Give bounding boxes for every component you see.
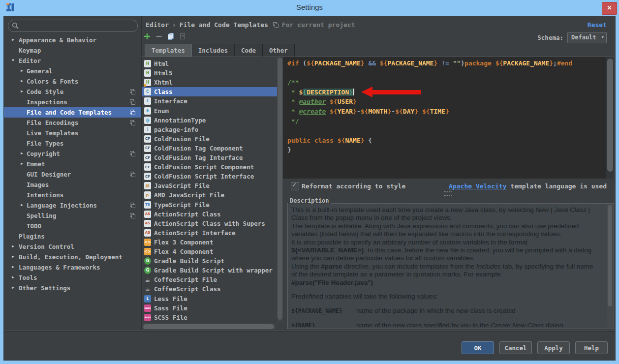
footer-divider xyxy=(3,330,616,332)
template-item-enum[interactable]: EEnum xyxy=(142,106,277,116)
tab-templates[interactable]: Templates xyxy=(145,44,192,57)
sidebar-item-other-settings[interactable]: ▶Other Settings xyxy=(4,283,141,293)
chevron-right-icon[interactable]: ▶ xyxy=(12,37,14,42)
copy-template-button[interactable] xyxy=(166,32,175,41)
template-item-flex-3-component[interactable]: <>Flex 3 Component xyxy=(142,238,277,247)
sidebar-item-code-style[interactable]: ▶Code Style xyxy=(4,87,141,97)
breadcrumb-editor[interactable]: Editor xyxy=(146,21,169,29)
sidebar-item-languages-frameworks[interactable]: ▶Languages & Frameworks xyxy=(4,262,141,273)
template-item-scss-file[interactable]: SASSSCSS File xyxy=(142,313,277,322)
template-item-label: Sass File xyxy=(154,304,187,312)
apply-button[interactable]: Apply xyxy=(537,341,570,354)
sidebar-item-intentions[interactable]: Intentions xyxy=(4,190,141,200)
help-button[interactable]: Help xyxy=(575,341,608,354)
chevron-right-icon[interactable]: ▶ xyxy=(12,244,14,248)
sidebar-item-keymap[interactable]: Keymap xyxy=(4,45,141,56)
settings-search-box[interactable] xyxy=(8,20,138,32)
sidebar-item-images[interactable]: Images xyxy=(4,180,141,190)
sidebar-item-spelling[interactable]: Spelling xyxy=(4,211,141,221)
sidebar-item-file-types[interactable]: File Types xyxy=(4,138,141,149)
template-item-actionscript-class[interactable]: ASActionScript Class xyxy=(142,210,277,219)
sidebar-item-version-control[interactable]: ▶Version Control xyxy=(4,242,141,252)
text-cursor xyxy=(353,89,354,95)
splitter-handle[interactable] xyxy=(444,191,452,196)
chevron-down-icon[interactable]: ▼ xyxy=(12,58,14,62)
sidebar-item-colors-fonts[interactable]: ▶Colors & Fonts xyxy=(4,76,141,87)
close-button[interactable]: ✕ xyxy=(602,2,617,15)
template-item-sass-file[interactable]: SASSSass File xyxy=(142,303,277,313)
ok-button[interactable]: OK xyxy=(462,341,494,354)
template-item-coffeescript-class[interactable]: ☕CoffeeScript Class xyxy=(142,284,277,294)
template-item-html5[interactable]: HHtml5 xyxy=(142,68,277,78)
sidebar-item-inspections[interactable]: Inspections xyxy=(4,97,141,107)
sidebar-item-plugins[interactable]: Plugins xyxy=(4,231,141,242)
template-item-package-info[interactable]: ipackage-info xyxy=(142,125,277,134)
template-item-coldfusion-tag-interface[interactable]: CFColdFusion Tag Interface xyxy=(142,153,277,162)
template-item-flex-4-component[interactable]: <>Flex 4 Component xyxy=(142,247,277,256)
sidebar-item-todo[interactable]: TODO xyxy=(4,221,141,231)
list-horizontal-scrollbar-thumb[interactable] xyxy=(143,324,274,329)
schema-value: Default xyxy=(571,34,596,41)
editor-scrollbar-thumb[interactable] xyxy=(607,59,613,172)
sidebar-item-tools[interactable]: ▶Tools xyxy=(4,273,141,283)
sidebar-item-editor[interactable]: ▼Editor xyxy=(4,56,141,66)
template-item-typescript-file[interactable]: TSTypeScript File xyxy=(142,200,277,210)
template-item-coldfusion-tag-component[interactable]: CFColdFusion Tag Component xyxy=(142,144,277,153)
settings-dialog: ▶Appearance & BehaviorKeymap▼Editor▶Gene… xyxy=(3,16,616,361)
chevron-right-icon[interactable]: ▶ xyxy=(21,79,23,83)
template-item-annotationtype[interactable]: @AnnotationType xyxy=(142,116,277,125)
template-item-amd-javascript-file[interactable]: JSAMD JavaScript File xyxy=(142,190,277,200)
template-item-class[interactable]: CClass xyxy=(142,87,277,96)
sidebar-item-live-templates[interactable]: Live Templates xyxy=(4,128,141,138)
template-item-xhtml[interactable]: HXhtml xyxy=(142,78,277,87)
chevron-right-icon[interactable]: ▶ xyxy=(12,265,14,269)
coldfusion-icon: CF xyxy=(144,145,151,152)
template-item-coldfusion-script-interface[interactable]: CFColdFusion Script Interface xyxy=(142,172,277,181)
template-item-coffeescript-file[interactable]: ☕CoffeeScript File xyxy=(142,275,277,284)
template-item-interface[interactable]: IInterface xyxy=(142,96,277,106)
template-item-label: ColdFusion Tag Component xyxy=(154,145,243,152)
description-scrollbar-thumb[interactable] xyxy=(608,205,612,306)
sidebar-item-file-and-code-templates[interactable]: File and Code Templates xyxy=(4,107,141,118)
reformat-checkbox[interactable]: ✓ xyxy=(291,182,299,190)
sidebar-item-copyright[interactable]: ▶Copyright xyxy=(4,149,141,159)
search-input[interactable] xyxy=(21,21,134,30)
chevron-right-icon[interactable]: ▶ xyxy=(21,161,23,166)
chevron-right-icon[interactable]: ▶ xyxy=(21,203,23,207)
chevron-right-icon[interactable]: ▶ xyxy=(21,89,23,93)
template-item-gradle-build-script-with-wrapper[interactable]: GGradle Build Script with wrapper xyxy=(142,266,277,275)
tab-other[interactable]: Other xyxy=(262,44,295,57)
schema-dropdown[interactable]: Default ▼ xyxy=(567,32,607,43)
chevron-right-icon[interactable]: ▶ xyxy=(21,68,23,73)
sidebar-item-file-encodings[interactable]: File Encodings xyxy=(4,118,141,128)
sidebar-item-appearance-behavior[interactable]: ▶Appearance & Behavior xyxy=(4,35,141,45)
sidebar-item-emmet[interactable]: ▶Emmet xyxy=(4,159,141,169)
template-item-coldfusion-script-component[interactable]: CFColdFusion Script Component xyxy=(142,162,277,172)
template-item-coldfusion-file[interactable]: CFColdFusion File xyxy=(142,134,277,144)
tab-includes[interactable]: Includes xyxy=(191,44,235,57)
template-item-gradle-build-script[interactable]: GGradle Build Script xyxy=(142,256,277,266)
template-editor[interactable]: #if (${PACKAGE_NAME} && ${PACKAGE_NAME} … xyxy=(283,57,614,179)
chevron-right-icon[interactable]: ▶ xyxy=(12,254,14,259)
add-template-button[interactable] xyxy=(143,32,152,41)
reset-link[interactable]: Reset xyxy=(588,21,607,29)
cancel-button[interactable]: Cancel xyxy=(499,341,532,354)
template-item-html[interactable]: HHtml xyxy=(142,59,277,68)
template-item-javascript-file[interactable]: JSJavaScript File xyxy=(142,181,277,190)
sidebar-item-language-injections[interactable]: ▶Language Injections xyxy=(4,200,141,211)
apache-velocity-link[interactable]: Apache Velocity xyxy=(449,182,506,190)
sidebar-item-label: Keymap xyxy=(19,47,41,54)
list-vertical-scrollbar-thumb[interactable] xyxy=(278,58,282,320)
tab-code[interactable]: Code xyxy=(234,44,263,57)
template-item-less-file[interactable]: LLess File xyxy=(142,294,277,303)
sidebar-item-gui-designer[interactable]: GUI Designer xyxy=(4,169,141,180)
revert-template-button[interactable] xyxy=(178,32,187,41)
template-item-actionscript-interface[interactable]: ASActionScript Interface xyxy=(142,228,277,238)
sidebar-item-build-execution-deployment[interactable]: ▶Build, Execution, Deployment xyxy=(4,252,141,262)
chevron-right-icon[interactable]: ▶ xyxy=(12,285,14,290)
template-item-actionscript-class-with-supers[interactable]: ASActionScript Class with Supers xyxy=(142,219,277,228)
chevron-right-icon[interactable]: ▶ xyxy=(12,275,14,279)
chevron-right-icon[interactable]: ▶ xyxy=(21,151,23,155)
sidebar-item-general[interactable]: ▶General xyxy=(4,66,141,76)
remove-template-button[interactable] xyxy=(155,32,163,41)
